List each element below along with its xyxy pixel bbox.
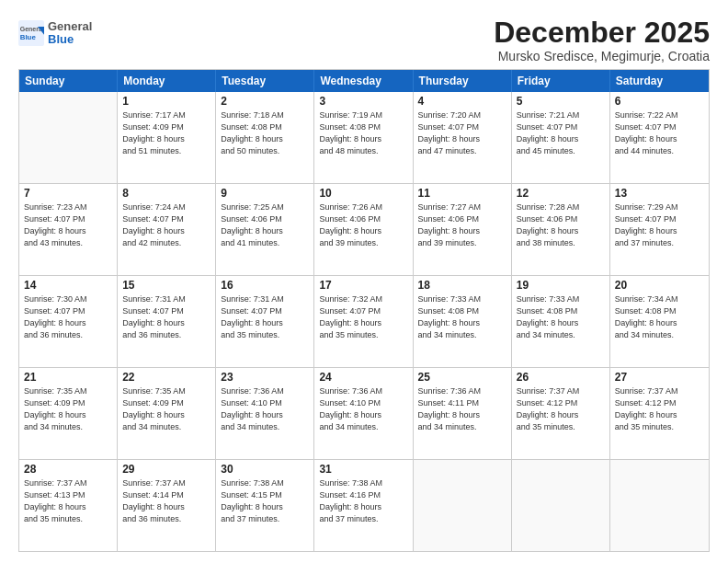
day-info: Sunrise: 7:31 AMSunset: 4:07 PMDaylight:… <box>221 293 309 341</box>
calendar-cell: 3Sunrise: 7:19 AMSunset: 4:08 PMDaylight… <box>314 92 413 183</box>
day-number: 29 <box>122 463 210 476</box>
calendar-header-friday: Friday <box>512 70 610 92</box>
calendar-cell: 19Sunrise: 7:33 AMSunset: 4:08 PMDayligh… <box>512 276 610 367</box>
day-number: 24 <box>319 371 407 384</box>
day-number: 27 <box>615 371 704 384</box>
day-info: Sunrise: 7:33 AMSunset: 4:08 PMDaylight:… <box>517 293 605 341</box>
day-info: Sunrise: 7:29 AMSunset: 4:07 PMDaylight:… <box>615 201 704 249</box>
calendar-cell: 31Sunrise: 7:38 AMSunset: 4:16 PMDayligh… <box>314 460 413 551</box>
day-info: Sunrise: 7:31 AMSunset: 4:07 PMDaylight:… <box>122 293 210 341</box>
calendar: SundayMondayTuesdayWednesdayThursdayFrid… <box>18 69 710 552</box>
day-info: Sunrise: 7:27 AMSunset: 4:06 PMDaylight:… <box>418 201 506 249</box>
day-info: Sunrise: 7:17 AMSunset: 4:09 PMDaylight:… <box>122 109 210 157</box>
day-number: 2 <box>221 95 309 108</box>
day-number: 23 <box>221 371 309 384</box>
day-number: 22 <box>122 371 210 384</box>
day-info: Sunrise: 7:37 AMSunset: 4:12 PMDaylight:… <box>517 385 605 433</box>
day-number: 1 <box>122 95 210 108</box>
calendar-row-2: 14Sunrise: 7:30 AMSunset: 4:07 PMDayligh… <box>19 275 709 367</box>
day-number: 13 <box>615 187 704 200</box>
calendar-cell <box>512 460 610 551</box>
calendar-header-saturday: Saturday <box>610 70 709 92</box>
calendar-row-4: 28Sunrise: 7:37 AMSunset: 4:13 PMDayligh… <box>19 459 709 551</box>
calendar-header-sunday: Sunday <box>19 70 118 92</box>
day-info: Sunrise: 7:19 AMSunset: 4:08 PMDaylight:… <box>319 109 407 157</box>
day-number: 7 <box>24 187 112 200</box>
calendar-cell: 14Sunrise: 7:30 AMSunset: 4:07 PMDayligh… <box>19 276 118 367</box>
day-number: 4 <box>418 95 506 108</box>
header: General Blue General Blue December 2025 … <box>18 17 710 63</box>
calendar-cell: 11Sunrise: 7:27 AMSunset: 4:06 PMDayligh… <box>414 184 512 275</box>
day-number: 8 <box>122 187 210 200</box>
day-info: Sunrise: 7:36 AMSunset: 4:10 PMDaylight:… <box>319 385 407 433</box>
calendar-cell: 7Sunrise: 7:23 AMSunset: 4:07 PMDaylight… <box>19 184 118 275</box>
calendar-cell: 17Sunrise: 7:32 AMSunset: 4:07 PMDayligh… <box>314 276 413 367</box>
calendar-body: 1Sunrise: 7:17 AMSunset: 4:09 PMDaylight… <box>19 92 709 551</box>
logo-general: General <box>48 20 92 33</box>
day-info: Sunrise: 7:37 AMSunset: 4:13 PMDaylight:… <box>24 477 112 525</box>
day-number: 10 <box>319 187 407 200</box>
calendar-cell: 12Sunrise: 7:28 AMSunset: 4:06 PMDayligh… <box>512 184 610 275</box>
day-number: 5 <box>517 95 605 108</box>
calendar-cell: 2Sunrise: 7:18 AMSunset: 4:08 PMDaylight… <box>216 92 314 183</box>
day-info: Sunrise: 7:37 AMSunset: 4:14 PMDaylight:… <box>122 477 210 525</box>
day-number: 19 <box>517 279 605 292</box>
day-info: Sunrise: 7:22 AMSunset: 4:07 PMDaylight:… <box>615 109 704 157</box>
calendar-cell: 28Sunrise: 7:37 AMSunset: 4:13 PMDayligh… <box>19 460 118 551</box>
calendar-cell: 5Sunrise: 7:21 AMSunset: 4:07 PMDaylight… <box>512 92 610 183</box>
svg-text:Blue: Blue <box>20 33 37 41</box>
title-block: December 2025 Mursko Sredisce, Megimurje… <box>494 17 710 63</box>
page: General Blue General Blue December 2025 … <box>0 0 728 563</box>
day-number: 28 <box>24 463 112 476</box>
day-info: Sunrise: 7:18 AMSunset: 4:08 PMDaylight:… <box>221 109 309 157</box>
calendar-cell: 23Sunrise: 7:36 AMSunset: 4:10 PMDayligh… <box>216 368 314 459</box>
day-number: 12 <box>517 187 605 200</box>
day-number: 20 <box>615 279 704 292</box>
day-info: Sunrise: 7:37 AMSunset: 4:12 PMDaylight:… <box>615 385 704 433</box>
calendar-header-wednesday: Wednesday <box>314 70 413 92</box>
calendar-cell: 1Sunrise: 7:17 AMSunset: 4:09 PMDaylight… <box>118 92 216 183</box>
logo-icon: General Blue <box>18 20 44 46</box>
calendar-header-monday: Monday <box>118 70 216 92</box>
calendar-cell: 15Sunrise: 7:31 AMSunset: 4:07 PMDayligh… <box>118 276 216 367</box>
calendar-cell: 21Sunrise: 7:35 AMSunset: 4:09 PMDayligh… <box>19 368 118 459</box>
day-info: Sunrise: 7:35 AMSunset: 4:09 PMDaylight:… <box>122 385 210 433</box>
calendar-cell: 18Sunrise: 7:33 AMSunset: 4:08 PMDayligh… <box>414 276 512 367</box>
calendar-cell: 6Sunrise: 7:22 AMSunset: 4:07 PMDaylight… <box>610 92 709 183</box>
calendar-header: SundayMondayTuesdayWednesdayThursdayFrid… <box>19 70 709 92</box>
day-info: Sunrise: 7:21 AMSunset: 4:07 PMDaylight:… <box>517 109 605 157</box>
logo-text: General Blue <box>48 20 92 47</box>
day-number: 30 <box>221 463 309 476</box>
day-info: Sunrise: 7:36 AMSunset: 4:11 PMDaylight:… <box>418 385 506 433</box>
day-number: 31 <box>319 463 407 476</box>
day-number: 25 <box>418 371 506 384</box>
day-info: Sunrise: 7:24 AMSunset: 4:07 PMDaylight:… <box>122 201 210 249</box>
calendar-row-1: 7Sunrise: 7:23 AMSunset: 4:07 PMDaylight… <box>19 183 709 275</box>
subtitle: Mursko Sredisce, Megimurje, Croatia <box>494 49 710 63</box>
calendar-cell: 27Sunrise: 7:37 AMSunset: 4:12 PMDayligh… <box>610 368 709 459</box>
day-number: 21 <box>24 371 112 384</box>
calendar-cell <box>19 92 118 183</box>
calendar-cell: 20Sunrise: 7:34 AMSunset: 4:08 PMDayligh… <box>610 276 709 367</box>
day-info: Sunrise: 7:34 AMSunset: 4:08 PMDaylight:… <box>615 293 704 341</box>
day-info: Sunrise: 7:33 AMSunset: 4:08 PMDaylight:… <box>418 293 506 341</box>
calendar-cell: 22Sunrise: 7:35 AMSunset: 4:09 PMDayligh… <box>118 368 216 459</box>
calendar-row-0: 1Sunrise: 7:17 AMSunset: 4:09 PMDaylight… <box>19 92 709 183</box>
day-number: 26 <box>517 371 605 384</box>
day-info: Sunrise: 7:26 AMSunset: 4:06 PMDaylight:… <box>319 201 407 249</box>
day-info: Sunrise: 7:20 AMSunset: 4:07 PMDaylight:… <box>418 109 506 157</box>
day-info: Sunrise: 7:36 AMSunset: 4:10 PMDaylight:… <box>221 385 309 433</box>
day-number: 15 <box>122 279 210 292</box>
calendar-header-tuesday: Tuesday <box>216 70 314 92</box>
day-number: 17 <box>319 279 407 292</box>
logo-blue: Blue <box>48 33 92 46</box>
calendar-cell: 8Sunrise: 7:24 AMSunset: 4:07 PMDaylight… <box>118 184 216 275</box>
day-info: Sunrise: 7:38 AMSunset: 4:15 PMDaylight:… <box>221 477 309 525</box>
calendar-cell: 25Sunrise: 7:36 AMSunset: 4:11 PMDayligh… <box>414 368 512 459</box>
day-number: 9 <box>221 187 309 200</box>
calendar-cell <box>414 460 512 551</box>
calendar-cell: 10Sunrise: 7:26 AMSunset: 4:06 PMDayligh… <box>314 184 413 275</box>
calendar-header-thursday: Thursday <box>414 70 512 92</box>
day-info: Sunrise: 7:32 AMSunset: 4:07 PMDaylight:… <box>319 293 407 341</box>
day-info: Sunrise: 7:23 AMSunset: 4:07 PMDaylight:… <box>24 201 112 249</box>
